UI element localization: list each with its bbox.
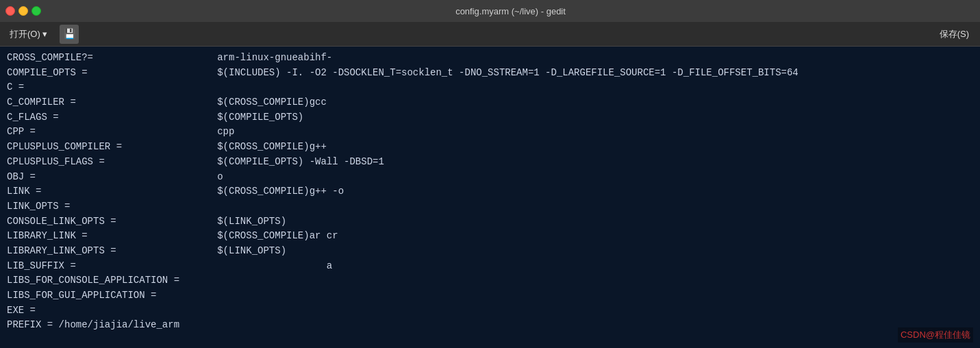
var-name: LIBRARY_LINK_OPTS =: [7, 244, 171, 259]
table-row: OBJ = o: [7, 170, 973, 185]
minimize-button[interactable]: [18, 6, 28, 16]
close-button[interactable]: [5, 6, 15, 16]
table-row: LIBS_FOR_GUI_APPLICATION =: [7, 288, 973, 303]
toolbar-save-icon[interactable]: 💾: [60, 25, 79, 44]
var-name: LIB_SUFFIX =: [7, 259, 171, 274]
var-name: C_COMPILER =: [7, 95, 171, 110]
var-value: a: [171, 259, 332, 274]
var-name: CROSS_COMPILE?=: [7, 51, 171, 66]
table-row: LIB_SUFFIX = a: [7, 259, 973, 274]
window-title: config.myarm (~/live) - gedit: [47, 6, 975, 16]
title-bar: config.myarm (~/live) - gedit: [0, 0, 980, 22]
open-menu[interactable]: 打开(O) ▾: [5, 25, 51, 43]
var-name: LINK_OPTS =: [7, 199, 171, 214]
table-row: C_COMPILER = $(CROSS_COMPILE)gcc: [7, 95, 973, 110]
table-row: CPLUSPLUS_COMPILER = $(CROSS_COMPILE)g++: [7, 140, 973, 155]
editor-wrapper: CROSS_COMPILE?= arm-linux-gnueabihf-COMP…: [0, 47, 980, 348]
var-value: $(COMPILE_OPTS): [171, 110, 303, 125]
watermark: CSDN@程佳佳镜: [898, 327, 973, 343]
var-name: CPLUSPLUS_COMPILER =: [7, 140, 171, 155]
table-row: CPLUSPLUS_FLAGS = $(COMPILE_OPTS) -Wall …: [7, 155, 973, 170]
var-name: PREFIX = /home/jiajia/live_arm: [7, 318, 179, 333]
var-name: LIBRARY_LINK =: [7, 229, 171, 244]
var-value: cpp: [171, 125, 234, 140]
table-row: LIBS_FOR_CONSOLE_APPLICATION =: [7, 273, 973, 288]
var-value: $(COMPILE_OPTS) -Wall -DBSD=1: [171, 155, 384, 170]
var-name: CPLUSPLUS_FLAGS =: [7, 155, 171, 170]
window-controls: [5, 6, 41, 16]
var-name: COMPILE_OPTS =: [7, 66, 171, 81]
var-value: $(CROSS_COMPILE)ar cr: [171, 229, 338, 244]
var-value: arm-linux-gnueabihf-: [171, 51, 332, 66]
menu-bar: 打开(O) ▾ 💾 保存(S): [0, 22, 980, 47]
table-row: LINK_OPTS =: [7, 199, 973, 214]
var-name: LIBS_FOR_CONSOLE_APPLICATION =: [7, 273, 179, 288]
var-name: C =: [7, 80, 171, 95]
table-row: LINK = $(CROSS_COMPILE)g++ -o: [7, 184, 973, 199]
save-button[interactable]: 保存(S): [934, 25, 975, 43]
main-window: config.myarm (~/live) - gedit 打开(O) ▾ 💾 …: [0, 0, 980, 348]
table-row: C =: [7, 80, 973, 95]
table-row: PREFIX = /home/jiajia/live_arm: [7, 318, 973, 333]
var-name: LIBS_FOR_GUI_APPLICATION =: [7, 288, 171, 303]
var-value: $(INCLUDES) -I. -O2 -DSOCKLEN_T=socklen_…: [171, 66, 799, 81]
table-row: CROSS_COMPILE?= arm-linux-gnueabihf-: [7, 51, 973, 66]
maximize-button[interactable]: [32, 6, 41, 16]
floppy-icon: 💾: [64, 28, 75, 40]
var-name: CPP =: [7, 125, 171, 140]
var-name: CONSOLE_LINK_OPTS =: [7, 214, 171, 229]
var-value: $(CROSS_COMPILE)gcc: [171, 95, 327, 110]
var-value: $(CROSS_COMPILE)g++: [171, 140, 327, 155]
table-row: COMPILE_OPTS = $(INCLUDES) -I. -O2 -DSOC…: [7, 66, 973, 81]
editor-area[interactable]: CROSS_COMPILE?= arm-linux-gnueabihf-COMP…: [0, 47, 980, 348]
table-row: LIBRARY_LINK_OPTS = $(LINK_OPTS): [7, 244, 973, 259]
var-value: $(LINK_OPTS): [171, 214, 286, 229]
table-row: CONSOLE_LINK_OPTS = $(LINK_OPTS): [7, 214, 973, 229]
table-row: EXE =: [7, 303, 973, 319]
var-value: o: [171, 170, 223, 185]
var-name: EXE =: [7, 303, 171, 319]
var-name: C_FLAGS =: [7, 110, 171, 125]
var-name: OBJ =: [7, 170, 171, 185]
table-row: LIBRARY_LINK = $(CROSS_COMPILE)ar cr: [7, 229, 973, 244]
var-value: $(LINK_OPTS): [171, 244, 286, 259]
table-row: C_FLAGS = $(COMPILE_OPTS): [7, 110, 973, 125]
var-value: $(CROSS_COMPILE)g++ -o: [171, 184, 344, 199]
table-row: CPP = cpp: [7, 125, 973, 140]
var-name: LINK =: [7, 184, 171, 199]
